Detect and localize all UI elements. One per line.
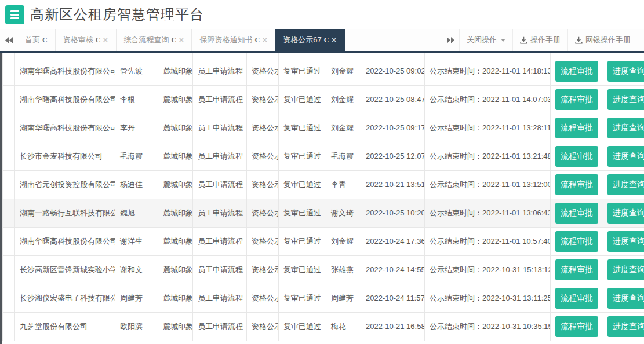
tab-4[interactable]: 保障资格通知书 C ✕	[192, 29, 275, 51]
toolbar-action[interactable]: 操作手册	[512, 29, 567, 51]
refresh-icon[interactable]: C	[42, 36, 48, 45]
table-row: 长沙高新区雷锋新城实验小学 谢和文 麓城印象 员工申请流程 资格公示 复审已通过…	[3, 255, 644, 284]
refresh-icon[interactable]: C	[254, 36, 260, 45]
scroll-tabs-right-button[interactable]	[442, 29, 459, 51]
actions-cell: 流程审批进度查询	[551, 255, 644, 284]
refresh-icon[interactable]: C	[172, 36, 177, 45]
close-icon[interactable]: ✕	[262, 36, 267, 44]
notice-end-time: 2022-11-01 10:57:40	[482, 237, 551, 246]
applicant-cell: 毛海霞	[115, 142, 158, 170]
refresh-icon[interactable]: C	[324, 36, 329, 45]
process-approve-button[interactable]: 流程审批	[555, 61, 598, 82]
close-icon[interactable]: ✕	[103, 36, 108, 44]
progress-query-button[interactable]: 进度查询	[607, 146, 644, 167]
notice-end-cell: 公示结束时间：2022-10-31 13:11:25	[425, 284, 551, 312]
company-cell: 长沙湘仪宏盛电子科技有限公司	[15, 284, 115, 312]
notice-end-label: 公示结束时间：	[430, 152, 482, 160]
gutter-cell	[3, 57, 15, 85]
notice-end-label: 公示结束时间：	[430, 237, 482, 246]
toolbar-action[interactable]: 关闭操作	[459, 29, 512, 51]
status-cell: 复审已通过	[279, 255, 326, 284]
applicant-cell: 管先波	[115, 57, 158, 85]
status-cell: 复审已通过	[279, 227, 326, 255]
apply-time-cell: 2022-10-25 09:17:28	[361, 114, 425, 142]
apply-time-cell: 2022-10-25 12:07:23	[361, 142, 425, 170]
progress-query-button[interactable]: 进度查询	[607, 259, 644, 280]
toolbar-action-label: 关闭操作	[467, 35, 497, 45]
project-cell: 麓城印象	[158, 255, 193, 284]
hamburger-icon	[10, 10, 19, 12]
tab-label: 资格公示67	[283, 35, 321, 45]
toolbar-action-label: 网银操作手册	[585, 35, 631, 45]
progress-query-button[interactable]: 进度查询	[607, 89, 644, 110]
scroll-tabs-left-button[interactable]	[0, 29, 17, 51]
table-row: 湖南省元创投资控股有限公司 杨迪佳 麓城印象 员工申请流程 资格公示 复审已通过…	[3, 170, 644, 199]
page-title: 高新区公租房智慧管理平台	[30, 5, 204, 24]
reviewer-cell: 刘金耀	[326, 85, 361, 114]
progress-query-button[interactable]: 进度查询	[607, 174, 644, 195]
tab-5[interactable]: 资格公示67 C ✕	[275, 29, 344, 51]
applicant-cell: 欧阳滨	[115, 312, 158, 341]
close-icon[interactable]: ✕	[331, 36, 336, 44]
tab-label: 首页	[25, 35, 40, 45]
table-body: 湖南华曙高科技股份有限公司 管先波 麓城印象 员工申请流程 资格公示 复审已通过…	[3, 53, 644, 341]
notice-end-time: 2022-10-31 15:13:12	[482, 265, 551, 274]
notice-end-label: 公示结束时间：	[430, 67, 482, 75]
process-approve-button[interactable]: 流程审批	[555, 288, 598, 309]
close-icon[interactable]: ✕	[179, 36, 184, 44]
toolbar-action[interactable]: 网银操作手册	[567, 29, 638, 51]
progress-query-button[interactable]: 进度查询	[607, 231, 644, 252]
flow-cell: 员工申请流程	[193, 199, 247, 227]
process-approve-button[interactable]: 流程审批	[555, 316, 598, 337]
company-cell: 九芝堂股份有限公司	[15, 312, 115, 341]
project-cell: 麓城印象	[158, 199, 193, 227]
table-row: 湖南华曙高科技股份有限公司 谢洋生 麓城印象 员工申请流程 资格公示 复审已通过…	[3, 227, 644, 255]
double-chevron-left-icon	[5, 37, 13, 43]
notice-end-label: 公示结束时间：	[430, 322, 482, 331]
process-approve-button[interactable]: 流程审批	[555, 89, 598, 110]
clipped-overflow-item: (	[638, 29, 644, 51]
company-cell: 湖南华曙高科技股份有限公司	[15, 114, 115, 142]
progress-query-button[interactable]: 进度查询	[607, 288, 644, 309]
progress-query-button[interactable]: 进度查询	[607, 61, 644, 82]
progress-query-button[interactable]: 进度查询	[607, 203, 644, 224]
notice-end-cell: 公示结束时间：2022-10-31 15:13:12	[425, 255, 551, 284]
progress-query-button[interactable]: 进度查询	[607, 316, 644, 337]
gutter-cell	[3, 199, 15, 227]
hamburger-menu-button[interactable]	[5, 5, 24, 24]
process-approve-button[interactable]: 流程审批	[555, 231, 598, 252]
apply-time-cell: 2022-10-24 11:57:12	[361, 284, 425, 312]
progress-query-button[interactable]: 进度查询	[607, 118, 644, 138]
stage-cell: 资格公示	[247, 227, 279, 255]
refresh-icon[interactable]: C	[96, 36, 101, 45]
notice-end-cell: 公示结束时间：2022-11-01 10:57:40	[425, 227, 551, 255]
status-cell: 复审已通过	[279, 57, 326, 85]
process-approve-button[interactable]: 流程审批	[555, 174, 598, 195]
reviewer-cell: 毛海霞	[326, 142, 361, 170]
process-approve-button[interactable]: 流程审批	[555, 118, 598, 138]
notice-end-time: 2022-11-01 14:07:03	[482, 95, 551, 104]
applicant-cell: 李根	[115, 85, 158, 114]
tab-2[interactable]: 资格审核 C ✕	[56, 29, 117, 51]
table-row: 九芝堂股份有限公司 欧阳滨 麓城印象 员工申请流程 资格公示 复审已通过 梅花 …	[3, 312, 644, 341]
process-approve-button[interactable]: 流程审批	[555, 146, 598, 167]
stage-cell: 资格公示	[247, 284, 279, 312]
table-row: 湖南华曙高科技股份有限公司 李根 麓城印象 员工申请流程 资格公示 复审已通过 …	[3, 85, 644, 114]
process-approve-button[interactable]: 流程审批	[555, 203, 598, 224]
flow-cell: 员工申请流程	[193, 284, 247, 312]
notice-end-time: 2022-11-01 14:18:13	[482, 67, 551, 75]
notice-end-time: 2022-10-31 13:11:25	[482, 294, 551, 302]
actions-cell: 流程审批进度查询	[551, 284, 644, 312]
notice-end-cell: 公示结束时间：2022-11-01 13:28:11	[425, 114, 551, 142]
table-row: 湖南一路畅行互联科技有限公司 魏旭 麓城印象 员工申请流程 资格公示 复审已通过…	[3, 199, 644, 227]
notice-end-label: 公示结束时间：	[430, 265, 482, 274]
table-row: 长沙湘仪宏盛电子科技有限公司 周建芳 麓城印象 员工申请流程 资格公示 复审已通…	[3, 284, 644, 312]
process-approve-button[interactable]: 流程审批	[555, 259, 598, 280]
flow-cell: 员工申请流程	[193, 255, 247, 284]
status-cell: 复审已通过	[279, 85, 326, 114]
tab-3[interactable]: 综合流程查询 C ✕	[117, 29, 192, 51]
table-row: 湖南华曙高科技股份有限公司 管先波 麓城印象 员工申请流程 资格公示 复审已通过…	[3, 57, 644, 85]
reviewer-cell: 张雄燕	[326, 255, 361, 284]
stage-cell: 资格公示	[247, 114, 279, 142]
tab-1[interactable]: 首页 C	[17, 29, 56, 51]
